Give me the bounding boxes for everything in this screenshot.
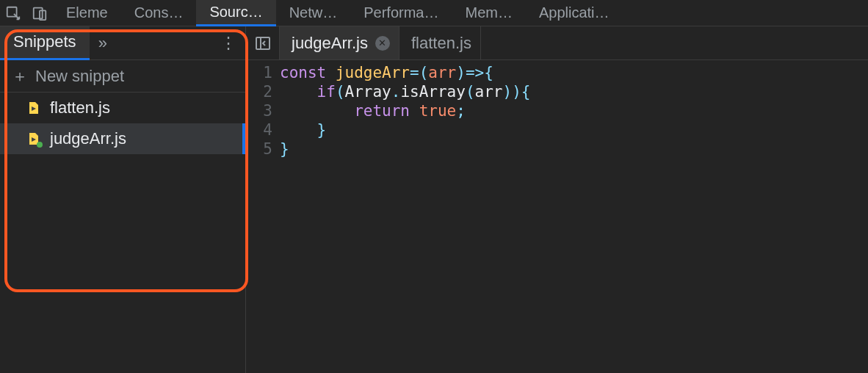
editor-tab[interactable]: judgeArr.js✕ <box>280 26 399 59</box>
editor-tab-label: flatten.js <box>411 34 471 53</box>
line-number: 1 <box>246 63 272 82</box>
editor-tab-label: judgeArr.js <box>292 34 368 53</box>
editor-tab[interactable]: flatten.js <box>399 26 481 59</box>
sidebar-overflow-icon[interactable]: ⋮ <box>217 34 239 53</box>
sidebar-tab-bar: Snippets » ⋮ <box>0 26 245 60</box>
toggle-navigator-icon[interactable] <box>246 26 280 59</box>
new-snippet-label: New snippet <box>35 67 124 86</box>
main-tab-3[interactable]: Netw… <box>276 0 351 26</box>
main-tab-1[interactable]: Cons… <box>121 0 197 26</box>
close-icon[interactable]: ✕ <box>375 36 390 51</box>
line-number: 3 <box>246 101 272 120</box>
main-tab-4[interactable]: Performa… <box>350 0 452 26</box>
snippet-file-name: flatten.js <box>50 98 110 117</box>
inspect-icon[interactable] <box>0 0 26 26</box>
snippet-file-name: judgeArr.js <box>50 129 126 148</box>
code-line: const judgeArr=(arr)=>{ <box>280 63 868 82</box>
code-line: return true; <box>280 101 868 120</box>
snippet-file-item[interactable]: judgeArr.js <box>0 123 245 154</box>
code-line: } <box>280 140 868 159</box>
line-number: 2 <box>246 82 272 101</box>
devtools-main-tabs: ElemeCons…Sourc…Netw…Performa…Mem…Applic… <box>0 0 868 26</box>
code-editor[interactable]: 12345 const judgeArr=(arr)=>{ if(Array.i… <box>246 60 868 373</box>
line-number: 4 <box>246 120 272 140</box>
editor-tab-bar: judgeArr.js✕flatten.js <box>246 26 868 60</box>
main-tab-2[interactable]: Sourc… <box>196 0 275 26</box>
editor-area: judgeArr.js✕flatten.js 12345 const judge… <box>246 26 868 373</box>
snippet-file-icon <box>26 101 41 115</box>
more-tabs-icon[interactable]: » <box>90 34 116 53</box>
modified-dot-icon <box>37 142 43 148</box>
line-number: 5 <box>246 140 272 159</box>
code-line: if(Array.isArray(arr)){ <box>280 82 868 101</box>
snippet-file-item[interactable]: flatten.js <box>0 93 245 123</box>
snippet-file-icon <box>26 131 41 146</box>
main-tab-0[interactable]: Eleme <box>53 0 121 26</box>
sources-sidebar: Snippets » ⋮ ＋ New snippet flatten.jsjud… <box>0 26 246 373</box>
snippets-tab[interactable]: Snippets <box>0 26 90 60</box>
new-snippet-button[interactable]: ＋ New snippet <box>0 60 245 93</box>
plus-icon: ＋ <box>12 65 28 87</box>
line-number-gutter: 12345 <box>246 63 280 373</box>
svg-rect-1 <box>34 7 43 18</box>
main-tab-5[interactable]: Mem… <box>452 0 525 26</box>
code-line: } <box>280 120 868 140</box>
device-toggle-icon[interactable] <box>26 0 53 26</box>
main-tab-6[interactable]: Applicati… <box>526 0 623 26</box>
code-content[interactable]: const judgeArr=(arr)=>{ if(Array.isArray… <box>280 63 868 373</box>
